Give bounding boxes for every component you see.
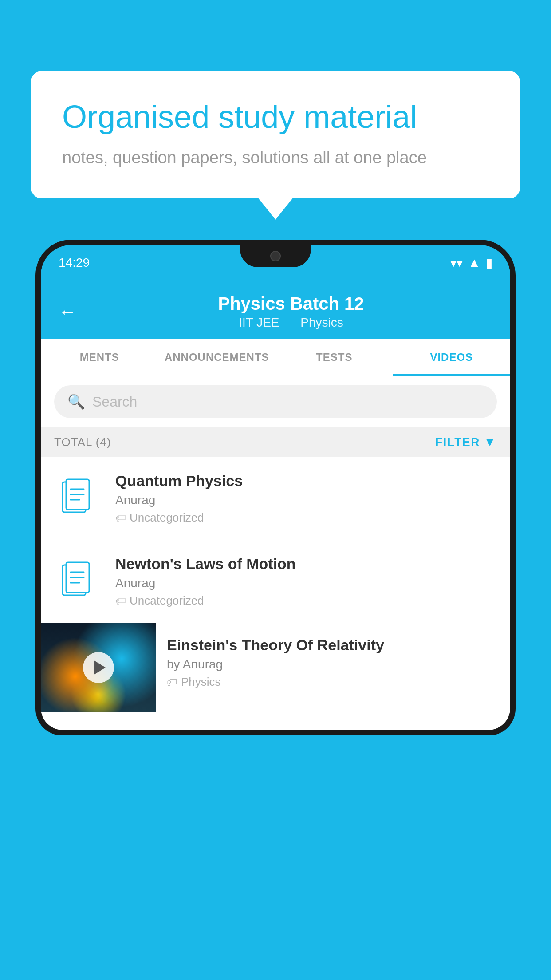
tag-icon-3: 🏷: [167, 676, 177, 688]
video-title-1: Quantum Physics: [115, 472, 497, 490]
tab-ments[interactable]: MENTS: [41, 339, 158, 376]
header-subtitle: IIT JEE Physics: [90, 316, 492, 330]
search-placeholder: Search: [92, 394, 137, 410]
total-label: TOTAL (4): [54, 435, 111, 449]
video-tag-label-1: Uncategorized: [130, 511, 204, 525]
header-title-block: Physics Batch 12 IIT JEE Physics: [90, 294, 492, 330]
video-item-2[interactable]: Newton's Laws of Motion Anurag 🏷 Uncateg…: [41, 540, 510, 623]
tabs-bar: MENTS ANNOUNCEMENTS TESTS VIDEOS: [41, 339, 510, 376]
video-tag-label-2: Uncategorized: [130, 594, 204, 608]
tab-tests[interactable]: TESTS: [276, 339, 393, 376]
video-icon-2: [54, 557, 103, 606]
status-icons: ▾▾ ▲ ▮: [450, 256, 492, 270]
video-tag-label-3: Physics: [181, 675, 221, 689]
speech-bubble-wrapper: Organised study material notes, question…: [31, 71, 520, 198]
battery-icon: ▮: [486, 256, 492, 270]
video-title-3: Einstein's Theory Of Relativity: [167, 636, 500, 654]
status-bar: 14:29 ▾▾ ▲ ▮: [41, 245, 510, 281]
filter-button[interactable]: FILTER ▼: [435, 435, 497, 449]
video-thumbnail-3: [41, 623, 156, 712]
tab-announcements[interactable]: ANNOUNCEMENTS: [158, 339, 276, 376]
video-item-3[interactable]: Einstein's Theory Of Relativity by Anura…: [41, 623, 510, 712]
bubble-subtitle: notes, question papers, solutions all at…: [62, 148, 489, 167]
phone-screen: ← Physics Batch 12 IIT JEE Physics MENTS…: [41, 281, 510, 730]
bubble-title: Organised study material: [62, 98, 489, 136]
filter-label: FILTER: [435, 435, 480, 449]
video-author-3: by Anurag: [167, 657, 500, 672]
wifi-icon: ▾▾: [450, 256, 463, 270]
back-button[interactable]: ←: [59, 302, 76, 322]
tag-icon-2: 🏷: [115, 595, 126, 607]
search-bar[interactable]: 🔍 Search: [54, 385, 497, 418]
video-info-3: Einstein's Theory Of Relativity by Anura…: [156, 623, 510, 702]
signal-icon: ▲: [468, 256, 480, 270]
camera-dot: [270, 251, 281, 261]
subtitle-part1: IIT JEE: [239, 316, 279, 329]
video-icon-1: [54, 474, 103, 523]
tag-icon-1: 🏷: [115, 512, 126, 524]
video-info-1: Quantum Physics Anurag 🏷 Uncategorized: [115, 472, 497, 525]
phone-notch: [240, 245, 311, 267]
filter-funnel-icon: ▼: [484, 435, 497, 449]
play-triangle-icon: [94, 660, 106, 675]
phone-outer: 14:29 ▾▾ ▲ ▮ ← Physics Batch 12 IIT JEE: [35, 240, 516, 735]
video-item-1[interactable]: Quantum Physics Anurag 🏷 Uncategorized: [41, 457, 510, 540]
app-header: ← Physics Batch 12 IIT JEE Physics: [41, 281, 510, 339]
phone-bottom-spacer: [41, 712, 510, 730]
video-info-2: Newton's Laws of Motion Anurag 🏷 Uncateg…: [115, 555, 497, 608]
video-list: Quantum Physics Anurag 🏷 Uncategorized: [41, 457, 510, 712]
search-bar-wrapper: 🔍 Search: [41, 376, 510, 427]
header-title: Physics Batch 12: [90, 294, 492, 314]
video-author-1: Anurag: [115, 493, 497, 507]
video-tag-3: 🏷 Physics: [167, 675, 500, 689]
phone-container: 14:29 ▾▾ ▲ ▮ ← Physics Batch 12 IIT JEE: [35, 240, 516, 980]
search-icon: 🔍: [67, 393, 85, 410]
video-title-2: Newton's Laws of Motion: [115, 555, 497, 573]
filter-row: TOTAL (4) FILTER ▼: [41, 427, 510, 457]
video-tag-2: 🏷 Uncategorized: [115, 594, 497, 608]
speech-bubble: Organised study material notes, question…: [31, 71, 520, 198]
status-time: 14:29: [59, 256, 90, 270]
video-tag-1: 🏷 Uncategorized: [115, 511, 497, 525]
tab-videos[interactable]: VIDEOS: [393, 339, 511, 376]
play-button-3[interactable]: [83, 652, 114, 683]
video-author-2: Anurag: [115, 576, 497, 590]
subtitle-part2: Physics: [300, 316, 343, 329]
